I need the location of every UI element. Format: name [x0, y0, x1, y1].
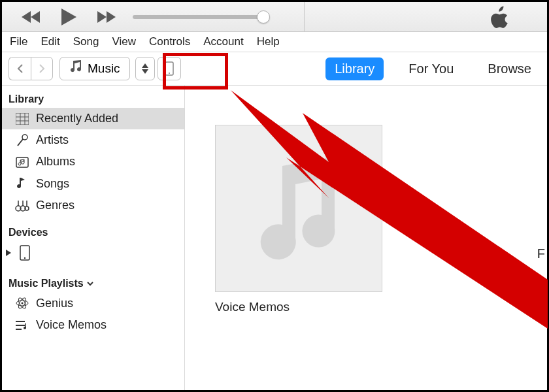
forward-button[interactable]: [31, 57, 53, 80]
svg-point-28: [22, 302, 24, 304]
menu-view[interactable]: View: [112, 35, 136, 48]
history-nav: [8, 57, 53, 80]
guitar-icon: [15, 199, 29, 212]
sidebar-item-recently-added[interactable]: Recently Added: [2, 108, 184, 129]
svg-line-15: [18, 139, 23, 146]
sidebar-item-genres[interactable]: Genres: [2, 195, 184, 216]
sidebar-heading-label: Music Playlists: [8, 278, 84, 289]
svg-point-14: [22, 135, 27, 140]
sidebar: Library Recently Added Artists Albums: [2, 86, 185, 390]
atom-icon: [15, 296, 29, 310]
album-tile[interactable]: Voice Memos: [215, 125, 382, 314]
sidebar-heading-library: Library: [2, 90, 184, 108]
phone-icon: [18, 245, 32, 261]
music-note-icon: [69, 57, 81, 80]
album-title: Voice Memos: [215, 300, 382, 314]
tab-library[interactable]: Library: [325, 57, 384, 80]
sidebar-heading-devices: Devices: [2, 223, 184, 241]
annotation-red-box: [163, 53, 228, 90]
menu-song[interactable]: Song: [73, 35, 99, 48]
sidebar-item-label: Albums: [36, 155, 75, 169]
menu-account[interactable]: Account: [203, 35, 243, 48]
note-icon: [15, 176, 29, 191]
sidebar-item-albums[interactable]: Albums: [2, 151, 184, 172]
menu-edit[interactable]: Edit: [41, 35, 59, 48]
playback-controls: [20, 7, 117, 27]
media-picker-label: Music: [88, 57, 120, 80]
media-picker[interactable]: Music: [59, 57, 130, 80]
navigation-bar: Music Library For You Browse: [2, 52, 547, 86]
sidebar-item-label: Artists: [36, 133, 69, 147]
svg-marker-3: [97, 11, 107, 23]
playlist-icon: [15, 319, 29, 331]
sidebar-item-label: Genius: [36, 297, 73, 310]
menu-help[interactable]: Help: [257, 35, 280, 48]
sidebar-item-label: Voice Memos: [36, 318, 107, 332]
sidebar-item-voice-memos[interactable]: Voice Memos: [2, 314, 184, 336]
cut-off-tab-letter: F: [537, 246, 545, 261]
svg-marker-5: [142, 63, 148, 68]
sidebar-item-label: Genres: [36, 199, 75, 212]
back-button[interactable]: [8, 57, 31, 80]
svg-marker-4: [107, 11, 116, 23]
player-toolbar: [2, 2, 547, 32]
svg-rect-9: [16, 113, 29, 125]
library-tabs: Library For You Browse: [325, 57, 541, 80]
previous-button[interactable]: [20, 10, 42, 24]
itunes-window: File Edit Song View Controls Account Hel…: [0, 0, 549, 392]
sidebar-item-genius[interactable]: Genius: [2, 292, 184, 314]
chevron-down-icon: [86, 280, 94, 287]
sidebar-item-label: Songs: [36, 177, 69, 191]
apple-logo-icon: [487, 6, 510, 32]
expand-triangle-icon[interactable]: [6, 250, 11, 256]
picker-updown-button[interactable]: [135, 57, 155, 80]
menu-controls[interactable]: Controls: [149, 35, 190, 48]
music-note-icon: [250, 156, 348, 261]
sidebar-item-songs[interactable]: Songs: [2, 172, 184, 195]
svg-marker-1: [22, 11, 31, 23]
svg-rect-16: [16, 157, 28, 167]
play-button[interactable]: [59, 7, 78, 27]
tab-for-you[interactable]: For You: [399, 57, 463, 80]
svg-marker-2: [61, 8, 76, 25]
svg-point-24: [24, 257, 25, 259]
sidebar-item-artists[interactable]: Artists: [2, 129, 184, 151]
menu-file[interactable]: File: [10, 35, 27, 48]
svg-marker-0: [31, 11, 40, 23]
album-icon: [15, 155, 29, 169]
next-button[interactable]: [95, 10, 117, 24]
volume-slider[interactable]: [133, 15, 263, 19]
tab-browse[interactable]: Browse: [478, 57, 541, 80]
content-area: Voice Memos F: [185, 86, 547, 390]
grid-icon: [15, 113, 29, 125]
microphone-icon: [15, 134, 29, 147]
volume-knob[interactable]: [257, 10, 270, 24]
album-art-placeholder: [215, 125, 382, 292]
sidebar-item-device-phone[interactable]: [2, 241, 184, 265]
menu-bar: File Edit Song View Controls Account Hel…: [2, 32, 547, 52]
body: Library Recently Added Artists Albums: [2, 86, 547, 390]
svg-marker-6: [142, 69, 148, 74]
toolbar-divider: [304, 2, 305, 31]
sidebar-item-label: Recently Added: [36, 112, 118, 125]
sidebar-heading-playlists[interactable]: Music Playlists: [2, 274, 184, 292]
